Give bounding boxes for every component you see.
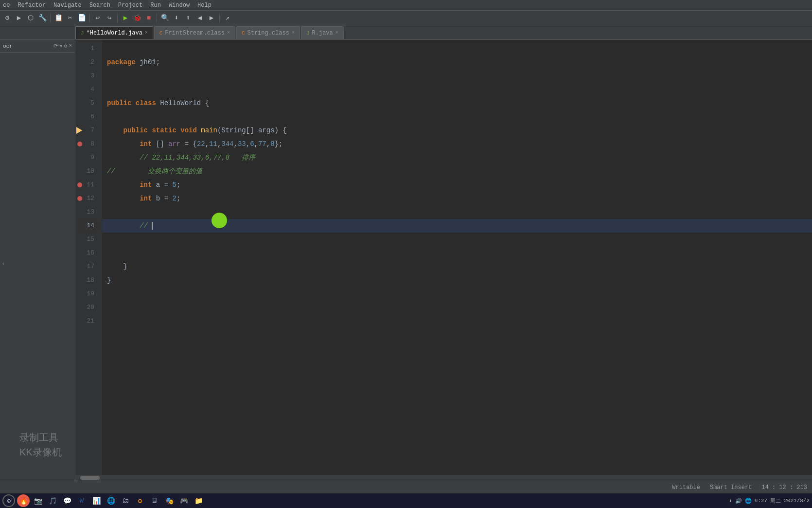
space (131, 96, 135, 110)
line-num-15: 15 (75, 233, 98, 246)
toolbar-btn-11[interactable]: ⬆ (183, 13, 194, 23)
tray-clock: 9:27 (755, 498, 767, 504)
tab-printstream[interactable]: C PrintStream.class × (154, 26, 235, 39)
code-line-9: // 22,11,344,33,6,77,8 排序 (102, 151, 812, 164)
tab-close-stringclass[interactable]: × (292, 30, 295, 36)
code-content[interactable]: package jh01; public class HelloWorld { (102, 40, 812, 493)
toolbar-btn-5[interactable]: 📋 (53, 13, 64, 23)
menu-item-run[interactable]: Run (150, 2, 161, 9)
toolbar-btn-1[interactable]: ⚙ (2, 13, 13, 23)
tab-label-helloworldjava: *HelloWorld.java (87, 30, 142, 36)
toolbar-btn-run[interactable]: ▶ (120, 13, 131, 23)
code-line-15 (102, 233, 812, 246)
toolbar-btn-redo[interactable]: ↪ (104, 13, 115, 23)
sidebar-close-icon[interactable]: × (69, 43, 72, 49)
class-string: String (221, 124, 246, 137)
taskbar-icon-8[interactable]: 🖥 (148, 494, 161, 507)
taskbar-icon-4[interactable]: 📊 (90, 494, 103, 507)
toolbar-btn-10[interactable]: ⬇ (171, 13, 182, 23)
paren1: ( (217, 124, 221, 137)
num-33: 33 (238, 137, 246, 151)
code-line-7: public static void main ( String [] args… (102, 124, 812, 137)
space2: HelloWorld { (156, 96, 209, 110)
menu-item-project[interactable]: Project (118, 2, 142, 9)
tab-close-rjava[interactable]: × (335, 30, 338, 36)
close-brace-17: } (124, 260, 127, 273)
horizontal-scrollbar[interactable] (75, 475, 812, 481)
toolbar-btn-undo[interactable]: ↩ (92, 13, 103, 23)
line-num-1: 1 (75, 42, 98, 55)
toolbar-btn-9[interactable]: 🔍 (159, 13, 170, 23)
keyword-int-12: int (140, 192, 152, 205)
toolbar-btn-2[interactable]: ▶ (14, 13, 24, 23)
taskbar-icon-word[interactable]: W (75, 494, 88, 507)
menu-item-help[interactable]: Help (197, 2, 212, 9)
sidebar-collapse-icon[interactable]: ▾ (59, 43, 63, 49)
toolbar-btn-nav-back[interactable]: ◀ (194, 13, 205, 23)
watermark: 录制工具 KK录像机 (19, 430, 62, 459)
num-2: 2 (172, 192, 176, 205)
toolbar-sep-1 (50, 14, 51, 22)
taskbar-icon-11[interactable]: 📁 (192, 494, 205, 507)
keyword-int-11: int (140, 178, 152, 192)
taskbar-icon-1[interactable]: 🔥 (17, 494, 30, 507)
editor[interactable]: 1 2 3 4 5 6 7 8 9 10 11 (75, 40, 812, 493)
line-num-2: 2 (75, 55, 98, 69)
toolbar-btn-stop[interactable]: ■ (143, 13, 154, 23)
toolbar-btn-nav-fwd[interactable]: ▶ (206, 13, 217, 23)
taskbar-icon-wechat[interactable]: 💬 (61, 494, 73, 507)
taskbar-icon-7[interactable]: ⚙ (134, 494, 146, 507)
scroll-thumb[interactable] (80, 476, 100, 480)
menu-item-navigate[interactable]: Navigate (53, 2, 82, 9)
keyword-static: static (152, 124, 176, 137)
toolbar-sep-3 (117, 14, 118, 22)
tab-rjava[interactable]: J R.java × (301, 26, 344, 39)
taskbar-icon-9[interactable]: 🎭 (163, 494, 176, 507)
sidebar-sync-icon[interactable]: ⟳ (53, 43, 58, 49)
menu-item-window[interactable]: Window (169, 2, 190, 9)
taskbar-icon-2[interactable]: 📷 (32, 494, 44, 507)
breakpoint-dot-12 (77, 196, 82, 201)
code-line-14: // (102, 219, 812, 233)
taskbar-icon-10[interactable]: 🎮 (177, 494, 190, 507)
var-b: b (156, 192, 160, 205)
code-line-11: int a = 5 ; (102, 178, 812, 192)
toolbar-btn-ext[interactable]: ↗ (222, 13, 233, 23)
comma2: , (217, 137, 221, 151)
toolbar-btn-3[interactable]: ⬡ (25, 13, 36, 23)
toolbar-btn-6[interactable]: ✂ (65, 13, 75, 23)
menu-item-refactor[interactable]: Refactor (18, 2, 46, 9)
sidebar-settings-icon[interactable]: ⚙ (64, 43, 68, 49)
code-plain: jh01; (136, 55, 160, 69)
line-num-5: 5 (75, 96, 98, 110)
toolbar-btn-debug[interactable]: 🐞 (132, 13, 142, 23)
code-line-20 (102, 301, 812, 314)
line-num-12: 12 (75, 192, 98, 205)
status-position: 14 : 12 : 213 (761, 484, 807, 491)
indent-11 (107, 178, 140, 192)
line-num-7: 7 (75, 124, 98, 137)
sidebar-tools: ⟳ ▾ ⚙ × (53, 43, 72, 49)
tab-stringclass[interactable]: C String.class × (236, 26, 300, 39)
tab-close-helloworldjava[interactable]: × (145, 30, 148, 36)
code-line-1 (102, 42, 812, 55)
code-area: 1 2 3 4 5 6 7 8 9 10 11 (75, 40, 812, 493)
menu-item-ce[interactable]: ce (3, 2, 10, 9)
sp3 (197, 124, 201, 137)
taskbar: ⊙ 🔥 📷 🎵 💬 W 📊 🌐 🗂 ⚙ 🖥 🎭 🎮 📁 ⬆ 🔊 🌐 9:27 周… (0, 493, 812, 508)
toolbar-btn-7[interactable]: 📄 (76, 13, 87, 23)
taskbar-start-icon[interactable]: ⊙ (2, 494, 15, 507)
taskbar-icon-5[interactable]: 🌐 (105, 494, 117, 507)
line-num-4: 4 (75, 83, 98, 96)
tab-icon-printstream: C (159, 30, 163, 36)
toolbar-btn-4[interactable]: 🔧 (37, 13, 48, 23)
taskbar-icon-6[interactable]: 🗂 (119, 494, 132, 507)
code-line-19 (102, 287, 812, 301)
taskbar-icon-3[interactable]: 🎵 (46, 494, 59, 507)
line-num-18: 18 (75, 273, 98, 287)
comment-14: // (140, 219, 152, 233)
tab-helloworldjava[interactable]: J *HelloWorld.java × (75, 26, 153, 39)
left-panel-toggle[interactable]: ‹ (0, 254, 7, 273)
tab-close-printstream[interactable]: × (227, 30, 230, 36)
menu-item-search[interactable]: Search (89, 2, 110, 9)
